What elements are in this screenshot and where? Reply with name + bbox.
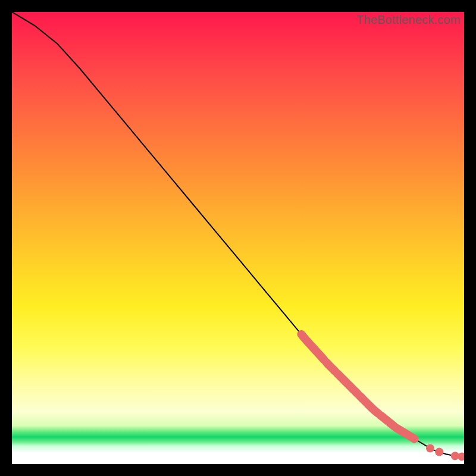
highlight-segment [301, 334, 324, 360]
highlight-dot [426, 444, 434, 452]
highlight-segment [360, 396, 378, 414]
highlight-dot [458, 452, 464, 461]
highlight-dot [435, 447, 443, 456]
highlight-segment [380, 415, 394, 426]
curve-layer [12, 12, 464, 464]
watermark-label: TheBottleneck.com [356, 13, 461, 27]
plot-area: TheBottleneck.com [12, 12, 464, 464]
highlight-dot [451, 452, 459, 460]
chart-stage: TheBottleneck.com [0, 0, 476, 476]
bottleneck-curve [12, 12, 464, 457]
highlight-segment [410, 436, 415, 439]
highlight-segment [396, 428, 408, 434]
highlight-segment [337, 374, 358, 394]
highlight-segment [326, 362, 335, 372]
